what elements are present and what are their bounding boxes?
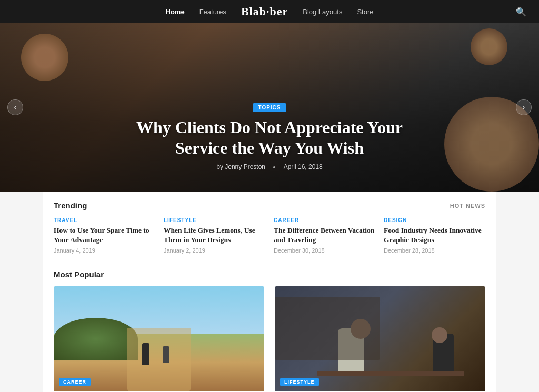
popular-card: LIFESTYLE There Is No Way People Can Tak…: [275, 286, 485, 392]
hero-separator: [273, 166, 275, 168]
path: [127, 328, 191, 391]
trending-item: CAREER The Difference Between Vacation a…: [274, 217, 375, 254]
card-image-running[interactable]: CAREER: [54, 286, 264, 391]
hot-news-label: HOT NEWS: [450, 203, 485, 209]
trending-category[interactable]: DESIGN: [384, 217, 485, 223]
runner-figure: [142, 343, 149, 365]
card-image-workshop[interactable]: LIFESTYLE: [275, 286, 485, 391]
trending-item-title[interactable]: How to Use Your Spare Time to Your Advan…: [54, 226, 155, 245]
trending-item: TRAVEL How to Use Your Spare Time to You…: [54, 217, 155, 254]
hero-title: Why Clients Do Not Appreciate Your Servi…: [112, 117, 427, 158]
trending-item-date: January 4, 2019: [54, 247, 155, 254]
hero-decoration-right: [471, 28, 507, 65]
trending-header: Trending HOT NEWS: [54, 201, 485, 210]
trending-category[interactable]: CAREER: [274, 217, 375, 223]
trending-section: Trending HOT NEWS TRAVEL How to Use Your…: [54, 192, 485, 259]
trending-item-date: January 2, 2019: [164, 247, 265, 254]
hero-next-button[interactable]: ›: [516, 99, 532, 115]
hero-decoration: [21, 34, 68, 81]
card-badge[interactable]: LIFESTYLE: [280, 378, 319, 386]
hero-meta: by Jenny Preston April 16, 2018: [112, 163, 427, 170]
navigation: Home Features Blab·ber Blog Layouts Stor…: [0, 0, 539, 23]
nav-home[interactable]: Home: [166, 8, 185, 16]
hero-slider: TOPICS Why Clients Do Not Appreciate You…: [0, 23, 539, 192]
card-badge[interactable]: CAREER: [59, 378, 91, 386]
most-popular-title: Most Popular: [54, 270, 104, 279]
trending-grid: TRAVEL How to Use Your Spare Time to You…: [54, 217, 485, 254]
most-popular-section: Most Popular: [54, 259, 485, 392]
workshop-image: [275, 286, 485, 391]
nav-blog-layouts[interactable]: Blog Layouts: [303, 8, 342, 16]
trending-item-date: December 28, 2018: [384, 247, 485, 254]
trending-item-title[interactable]: The Difference Between Vacation and Trav…: [274, 226, 375, 245]
main-container: Trending HOT NEWS TRAVEL How to Use Your…: [43, 192, 496, 392]
bushes: [54, 318, 138, 360]
trending-item: DESIGN Food Industry Needs Innovative Gr…: [384, 217, 485, 254]
hero-badge[interactable]: TOPICS: [253, 103, 286, 112]
most-popular-header: Most Popular: [54, 270, 485, 279]
hero-content: TOPICS Why Clients Do Not Appreciate You…: [112, 103, 427, 170]
trending-category[interactable]: LIFESTYLE: [164, 217, 265, 223]
running-image: [54, 286, 264, 391]
hero-author: by Jenny Preston: [216, 163, 265, 170]
popular-card: CAREER What Keeps Us Going: Find Your Wa…: [54, 286, 264, 392]
hero-prev-button[interactable]: ‹: [7, 99, 23, 115]
nav-features[interactable]: Features: [199, 8, 226, 16]
trending-title: Trending: [54, 201, 87, 210]
trending-item-title[interactable]: When Life Gives Lemons, Use Them in Your…: [164, 226, 265, 245]
trending-category[interactable]: TRAVEL: [54, 217, 155, 223]
shelves: [275, 297, 380, 360]
nav-store[interactable]: Store: [357, 8, 373, 16]
most-popular-grid: CAREER What Keeps Us Going: Find Your Wa…: [54, 286, 485, 392]
trending-item-date: December 30, 2018: [274, 247, 375, 254]
hero-date: April 16, 2018: [284, 163, 323, 170]
site-logo[interactable]: Blab·ber: [241, 5, 288, 18]
table: [317, 371, 464, 376]
trending-item-title[interactable]: Food Industry Needs Innovative Graphic D…: [384, 226, 485, 245]
trending-item: LIFESTYLE When Life Gives Lemons, Use Th…: [164, 217, 265, 254]
search-icon[interactable]: 🔍: [516, 7, 526, 17]
runner-figure-2: [163, 346, 169, 363]
